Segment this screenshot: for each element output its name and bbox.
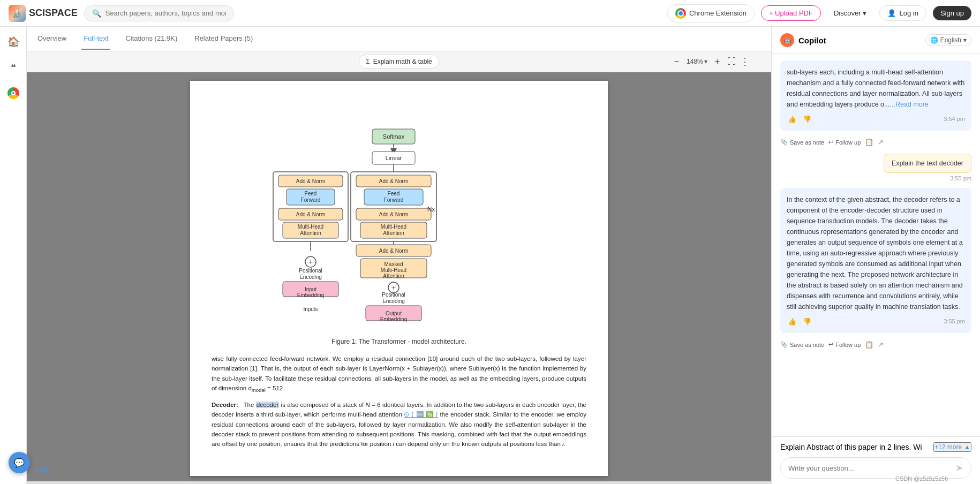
ai-message-2-text: In the context of the given abstract, th… [787,196,963,311]
send-button[interactable]: ➤ [955,462,963,474]
left-sidebar: 🏠 ❝ [0,27,27,484]
upload-label: + Upload PDF [769,9,813,17]
copy-button-2[interactable]: 📋 [865,341,873,349]
copilot-header: 🤖 Copilot 🌐 English ▾ [772,27,980,54]
explain-math-table-button[interactable]: Σ Explain math & table [359,55,439,69]
copilot-panel: 🤖 Copilot 🌐 English ▾ sub-layers each, i… [771,27,980,484]
chevron-down-icon: ▾ [863,9,866,17]
thumbs-down-button-1[interactable]: 👎 [802,114,812,124]
login-button[interactable]: 👤 Log in [879,5,926,21]
share-button-2[interactable]: ↗ [878,341,884,349]
search-input[interactable] [105,9,226,17]
zoom-controls: − 148% ▾ + ⛶ ⋮ [671,56,750,67]
tab-overview[interactable]: Overview [35,28,69,50]
svg-text:Multi-Head: Multi-Head [381,267,406,273]
follow-up-label-2: Follow up [835,342,861,348]
tab-bar: Overview Full-text Citations (21.9K) Rel… [27,27,771,51]
zoom-in-button[interactable]: + [712,56,723,67]
user-timestamp: 3:55 pm [884,175,971,182]
ai-message-2: In the context of the given abstract, th… [780,188,971,333]
search-icon: 🔍 [92,9,101,18]
svg-text:Multi-Head: Multi-Head [298,224,323,230]
tab-citations[interactable]: Citations (21.9K) [123,28,179,50]
user-message: Explain the text decoder [884,154,971,173]
language-selector[interactable]: 🌐 English ▾ [925,34,971,46]
svg-text:Add & Norm: Add & Norm [296,178,325,184]
help-icon: 💬 [14,458,25,468]
svg-text:Embedding: Embedding [380,316,408,322]
svg-text:Linear: Linear [386,155,402,161]
svg-text:Masked: Masked [384,261,403,267]
logo-text: SCISPACE [29,7,78,19]
sidebar-home-icon[interactable]: 🏠 [5,33,22,50]
pdf-content: Softmax Linear [27,72,771,481]
svg-text:Add & Norm: Add & Norm [379,248,408,254]
save-note-label-1: Save as note [790,139,824,146]
follow-up-icon-2: ↩ [828,341,833,348]
svg-text:+: + [308,258,313,266]
content-area: Overview Full-text Citations (21.9K) Rel… [27,27,771,484]
save-icon-1: 📎 [780,139,788,146]
figure-caption: Figure 1: The Transformer - model archit… [212,338,586,345]
copilot-title: 🤖 Copilot [780,33,826,47]
chevron-up-icon: ▲ [964,443,970,451]
pdf-text-content: wise fully connected feed-forward networ… [212,354,586,449]
watermark: CSDN @z5z5z5z56 [895,475,948,482]
sidebar-quote-icon[interactable]: ❝ [5,59,22,76]
thumbs-up-button-1[interactable]: 👍 [787,114,797,124]
decoder-highlighted-word: decoder [256,402,280,408]
thumbs-down-button-2[interactable]: 👎 [802,316,812,327]
logo[interactable]: 🔬 SCISPACE [9,5,78,22]
timestamp-2: 3:55 pm [944,317,965,327]
svg-text:Attention: Attention [300,230,321,236]
more-options-button[interactable]: ⋮ [740,56,750,67]
timestamp-1: 3:54 pm [944,115,965,124]
save-note-button-2[interactable]: 📎 Save as note [780,341,824,348]
tab-related[interactable]: Related Papers (5) [192,28,255,50]
read-more-link[interactable]: ...Read more [890,101,929,108]
copilot-messages: sub-layers each, including a multi-head … [772,54,980,436]
svg-text:Forward: Forward [301,197,321,203]
svg-text:Inputs: Inputs [303,306,318,312]
login-label: Log in [899,9,918,17]
save-note-button-1[interactable]: 📎 Save as note [780,139,824,146]
main-layout: 🏠 ❝ Overview Full-text Citations (21.9K)… [0,27,980,484]
copy-button-1[interactable]: 📋 [865,138,873,146]
share-button-1[interactable]: ↗ [878,138,884,146]
zoom-out-button[interactable]: − [671,56,682,67]
paragraph-encoder: wise fully connected feed-forward networ… [212,354,586,395]
svg-text:Embedding: Embedding [297,292,325,298]
suggestions-bar: Explain Abstract of this paper in 2 line… [780,442,971,452]
suggestion-text: Explain Abstract of this paper in 2 line… [780,443,922,451]
pdf-page: Softmax Linear [190,81,608,476]
tab-fulltext[interactable]: Full-text [81,28,110,50]
help-button[interactable]: 💬 [9,452,30,473]
ai-message-2-actions: 👍 👎 3:55 pm [787,316,965,327]
question-input[interactable] [788,464,951,472]
zoom-chevron-icon: ▾ [704,58,707,65]
discover-button[interactable]: Discover ▾ [827,6,873,20]
thumbs-up-button-2[interactable]: 👍 [787,316,797,327]
chrome-extension-button[interactable]: Chrome Extension [667,4,755,22]
svg-text:Multi-Head: Multi-Head [381,224,406,230]
copilot-bottom: Explain Abstract of this paper in 2 line… [772,436,980,484]
svg-text:Input: Input [305,286,316,292]
help-label[interactable]: Help? [33,465,51,473]
upload-pdf-button[interactable]: + Upload PDF [761,5,821,21]
svg-text:+: + [391,283,396,292]
pdf-toolbar: Σ Explain math & table − 148% ▾ + ⛶ ⋮ [27,51,771,72]
follow-up-button-2[interactable]: ↩ Follow up [828,341,861,348]
signup-label: Sign up [940,9,964,17]
logo-icon: 🔬 [9,5,26,22]
zoom-level-display: 148% ▾ [687,58,707,65]
expand-button[interactable]: ⛶ [727,57,736,66]
follow-up-label-1: Follow up [835,139,861,146]
sidebar-chrome-icon[interactable] [5,85,22,102]
copilot-icon: 🤖 [780,33,794,47]
follow-up-button-1[interactable]: ↩ Follow up [828,139,861,146]
signup-button[interactable]: Sign up [933,6,971,20]
more-label: +12 more [934,443,962,451]
more-suggestions-button[interactable]: +12 more ▲ [933,442,971,452]
svg-text:Softmax: Softmax [383,133,405,140]
search-bar[interactable]: 🔍 [84,5,234,21]
